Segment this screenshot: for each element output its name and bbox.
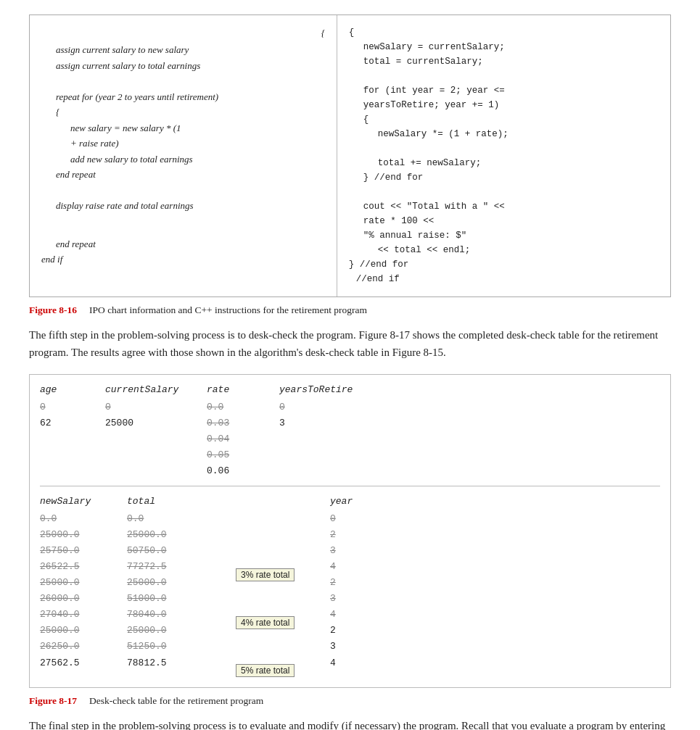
y-4c: 4 [330,655,374,671]
age-column: age 0 62 [40,382,105,480]
ns-25000: 25000.0 [40,527,127,543]
code-box: { assign current salary to new salary as… [29,14,671,297]
years-val-0: 0 [279,399,381,415]
rate-column: rate 0.0 0.03 0.04 0.05 0.06 [207,382,279,480]
ns-26000: 26000.0 [40,591,127,607]
code-left-pseudocode: { assign current salary to new salary as… [30,15,337,296]
t-25000: 25000.0 [127,527,236,543]
new-salary-header: newSalary [40,494,127,510]
years-to-retire-header: yearsToRetire [279,382,381,398]
ns-25000b: 25000.0 [40,575,127,591]
figure-17-text: Desk-check table for the retirement prog… [89,695,263,706]
year-header: year [330,494,374,510]
y-2a: 2 [330,527,374,543]
current-salary-val-25000: 25000 [105,415,207,431]
total-column: total 0.0 25000.0 50750.0 77272.5 25000.… [127,494,236,678]
current-salary-val-0: 0 [105,399,207,415]
figure-16-label: Figure 8-16 [29,304,77,315]
y-3a: 3 [330,543,374,559]
body-text-1: The fifth step in the problem-solving pr… [29,326,671,361]
ns-27562: 27562.5 [40,655,127,671]
t-00: 0.0 [127,511,236,527]
rate-val-005: 0.05 [207,447,279,463]
y-3b: 3 [330,591,374,607]
year-column: year 0 2 3 4 2 3 4 2 3 4 [330,494,374,678]
total-header: total [127,494,236,510]
t-51250: 51250.0 [127,639,236,655]
badge-column: 3% rate total 4% rate total 5% rate tota… [236,494,330,678]
y-4b: 4 [330,607,374,623]
t-25000b: 25000.0 [127,575,236,591]
figure-17-caption: Figure 8-17 Desk-check table for the ret… [29,695,671,707]
badge-5pct: 5% rate total [236,664,295,677]
current-salary-column: currentSalary 0 25000 [105,382,207,480]
ns-26250: 26250.0 [40,639,127,655]
ns-00: 0.0 [40,511,127,527]
new-salary-column: newSalary 0.0 25000.0 25750.0 26522.5 25… [40,494,127,678]
age-val-62: 62 [40,415,105,431]
ns-25750: 25750.0 [40,543,127,559]
figure-16-text: IPO chart information and C++ instructio… [89,304,367,315]
ns-27040: 27040.0 [40,607,127,623]
badge-3pct: 3% rate total [236,568,295,581]
rate-val-004: 0.04 [207,431,279,447]
years-to-retire-column: yearsToRetire 0 3 [279,382,381,480]
badge-4pct: 4% rate total [236,616,295,629]
ns-25000c: 25000.0 [40,623,127,639]
body-text-2: The final step in the problem-solving pr… [29,717,671,730]
desk-check-table: age 0 62 currentSalary 0 25000 rate 0.0 … [29,374,671,688]
y-2b: 2 [330,575,374,591]
rate-header: rate [207,382,279,398]
age-header: age [40,382,105,398]
t-78040: 78040.0 [127,607,236,623]
age-val-0: 0 [40,399,105,415]
current-salary-header: currentSalary [105,382,207,398]
figure-16-caption: Figure 8-16 IPO chart information and C+… [29,304,671,316]
figure-17-label: Figure 8-17 [29,695,77,706]
t-25000c: 25000.0 [127,623,236,639]
code-right-cpp: { newSalary = currentSalary; total = cur… [337,15,670,296]
t-78812: 78812.5 [127,655,236,671]
y-4a: 4 [330,559,374,575]
desk-check-bottom-section: newSalary 0.0 25000.0 25750.0 26522.5 25… [40,494,660,678]
desk-check-top-section: age 0 62 currentSalary 0 25000 rate 0.0 … [40,382,660,480]
y-0: 0 [330,511,374,527]
rate-val-00: 0.0 [207,399,279,415]
t-50750: 50750.0 [127,543,236,559]
years-val-3: 3 [279,415,381,431]
rate-val-006: 0.06 [207,463,279,479]
y-2c: 2 [330,623,374,639]
t-51000: 51000.0 [127,591,236,607]
y-3c: 3 [330,639,374,655]
rate-val-003: 0.03 [207,415,279,431]
ns-26522: 26522.5 [40,559,127,575]
t-77272: 77272.5 [127,559,236,575]
